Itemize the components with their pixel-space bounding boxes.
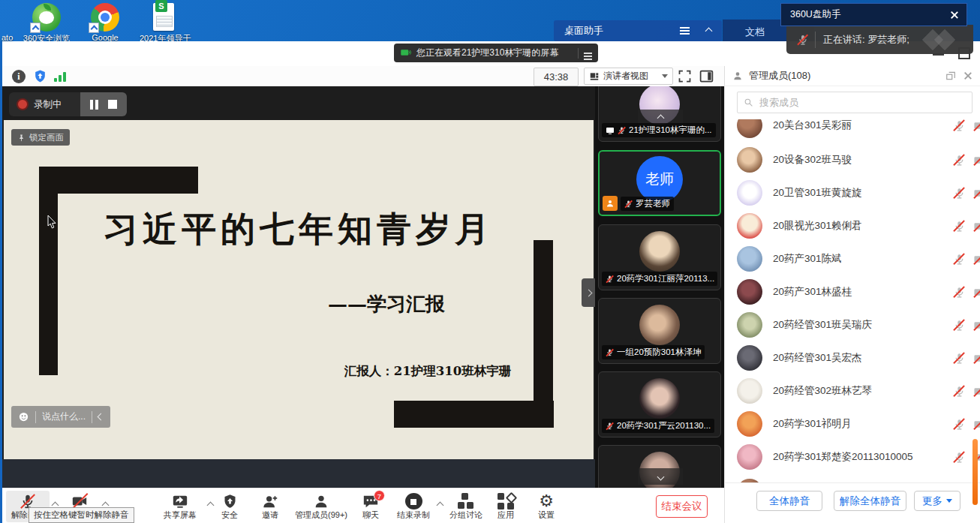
mic-off-icon[interactable] — [953, 220, 966, 233]
camera-off-icon[interactable] — [973, 385, 980, 398]
camera-off-icon[interactable] — [973, 286, 980, 299]
member-row[interactable]: 20眼视光301赖俐君 — [725, 209, 980, 242]
desktop-icon-360browser[interactable]: 360安全浏览 — [23, 3, 71, 44]
mic-off-icon[interactable] — [953, 418, 966, 431]
smiley-icon[interactable] — [18, 411, 29, 422]
avatar — [639, 378, 680, 419]
avatar — [737, 246, 762, 272]
pause-recording-button[interactable] — [90, 100, 98, 110]
shield-icon — [222, 493, 238, 509]
mic-off-icon[interactable] — [953, 286, 966, 299]
mic-off-icon[interactable] — [953, 154, 966, 167]
apps-button[interactable]: 应用 — [488, 491, 523, 522]
invite-button[interactable]: 邀请 — [253, 491, 287, 522]
end-meeting-button[interactable]: 结束会议 — [656, 495, 708, 518]
mic-off-icon — [606, 348, 614, 356]
mic-off-icon[interactable] — [953, 119, 966, 132]
chat-button[interactable]: 7 聊天 — [353, 491, 388, 522]
settings-button[interactable]: 设置 — [529, 491, 564, 522]
view-mode-selector[interactable]: 演讲者视图 — [584, 68, 673, 85]
participant-name: 20药学301严云201130... — [617, 420, 711, 431]
camera-off-icon[interactable] — [973, 119, 980, 132]
watermark-logo — [934, 29, 955, 50]
stop-record-icon — [405, 493, 422, 509]
mic-off-icon[interactable] — [953, 352, 966, 365]
scroll-down-overlay[interactable] — [638, 468, 683, 485]
share-screen-button[interactable]: 共享屏幕 — [155, 491, 205, 522]
video-tile[interactable]: 20药学301严云201130... — [598, 371, 721, 437]
member-row[interactable]: 20卫管301班黄旋旋 — [725, 176, 980, 209]
member-row[interactable]: 20药经管301吴宏杰 — [725, 341, 980, 374]
member-row[interactable]: 20美台301吴彩丽 — [725, 119, 980, 142]
network-signal-icon[interactable] — [54, 72, 67, 82]
video-tile[interactable]: 一组20预防301林泽坤 — [598, 298, 721, 364]
member-row[interactable]: 20药经管301班吴瑞庆 — [725, 308, 980, 341]
chevron-up-icon[interactable] — [705, 27, 713, 35]
desktop-icon-chrome[interactable]: Google — [81, 3, 129, 42]
more-button[interactable]: 更多 — [914, 491, 960, 511]
members-list: 20美台301吴彩丽 20设备302班马骏 20卫管301班黄旋旋 20眼视光3… — [725, 119, 980, 488]
unmute-all-button[interactable]: 解除全体静音 — [834, 491, 906, 511]
mic-off-icon[interactable] — [953, 253, 966, 266]
search-input[interactable] — [758, 96, 972, 109]
mic-off-icon[interactable] — [953, 451, 966, 464]
stop-recording-button[interactable]: 结束录制 — [392, 491, 434, 522]
security-shield-icon[interactable] — [33, 69, 47, 83]
member-name: 20药经管301吴宏杰 — [773, 351, 953, 365]
member-row[interactable]: 20药学301郑楚姿20113010005 — [725, 440, 980, 473]
menu-icon[interactable] — [680, 27, 690, 29]
member-row[interactable]: 20药产301陈斌 — [725, 242, 980, 275]
fullscreen-icon[interactable] — [677, 68, 693, 84]
banner-menu-icon[interactable] — [584, 53, 592, 54]
members-scrollbar[interactable] — [972, 439, 978, 505]
quick-chat-bar[interactable]: 说点什么... — [11, 406, 110, 428]
stop-recording-button[interactable] — [108, 100, 117, 109]
mic-off-icon — [606, 422, 614, 430]
avatar — [737, 213, 762, 239]
collapse-chat-icon[interactable] — [98, 413, 105, 421]
member-search-box[interactable] — [737, 92, 972, 113]
unmute-tooltip: 按住空格键暂时解除静音 — [29, 507, 134, 523]
mic-off-icon[interactable] — [953, 187, 966, 200]
camera-off-icon[interactable] — [973, 154, 980, 167]
camera-off-icon[interactable] — [973, 418, 980, 431]
popout-panel-icon[interactable] — [945, 71, 956, 81]
members-panel-title: 管理成员(108) — [749, 69, 945, 83]
avatar — [737, 180, 762, 206]
pin-icon — [17, 134, 26, 142]
shortcut-arrow-icon — [89, 23, 99, 33]
close-panel-icon[interactable] — [963, 71, 972, 80]
members-icon — [313, 493, 329, 509]
camera-off-icon[interactable] — [973, 319, 980, 332]
meeting-info-icon[interactable] — [12, 70, 26, 83]
camera-off-icon[interactable] — [973, 253, 980, 266]
chat-input-hint[interactable]: 说点什么... — [42, 410, 86, 423]
security-button[interactable]: 安全 — [212, 491, 247, 522]
slide-subtitle: ——学习汇报 — [274, 291, 499, 317]
camera-off-icon[interactable] — [973, 220, 980, 233]
video-tile[interactable]: 20药学301江丽萍20113... — [598, 224, 721, 290]
mic-off-icon[interactable] — [953, 319, 966, 332]
member-row[interactable]: 20设备302班马骏 — [725, 143, 980, 176]
mic-off-icon[interactable] — [953, 385, 966, 398]
member-row[interactable]: 20药产301林盛桂 — [725, 275, 980, 308]
breakout-rooms-button[interactable]: 分组讨论 — [442, 491, 490, 522]
video-tile-sharer[interactable]: 21护理310林宇珊的... — [598, 86, 721, 142]
video-thumbnail-column: 21护理310林宇珊的... 老师 罗芸老师 20药学301江丽萍20113..… — [595, 86, 724, 488]
avatar — [737, 147, 762, 173]
camera-off-icon[interactable] — [973, 187, 980, 200]
member-row[interactable]: 20药学301祁明月 — [725, 407, 980, 440]
close-icon[interactable] — [950, 11, 959, 20]
expand-panel-handle[interactable] — [582, 278, 595, 307]
video-tile-partial[interactable] — [598, 445, 721, 488]
lock-view-tooltip[interactable]: 锁定画面 — [11, 129, 70, 146]
mute-all-button[interactable]: 全体静音 — [756, 491, 822, 511]
desktop-assistant-bar[interactable]: 桌面助手 — [554, 20, 722, 41]
video-tile-teacher-active[interactable]: 老师 罗芸老师 — [598, 150, 721, 216]
side-panel-toggle-icon[interactable] — [699, 68, 714, 84]
camera-off-icon[interactable] — [973, 352, 980, 365]
mic-off-icon — [624, 200, 633, 208]
member-row[interactable]: 20药经管302班林艺琴 — [725, 374, 980, 407]
manage-members-button[interactable]: 管理成员(99+) — [292, 491, 350, 522]
desktop-icon-spreadsheet[interactable]: 2021年领导干 — [140, 3, 188, 44]
